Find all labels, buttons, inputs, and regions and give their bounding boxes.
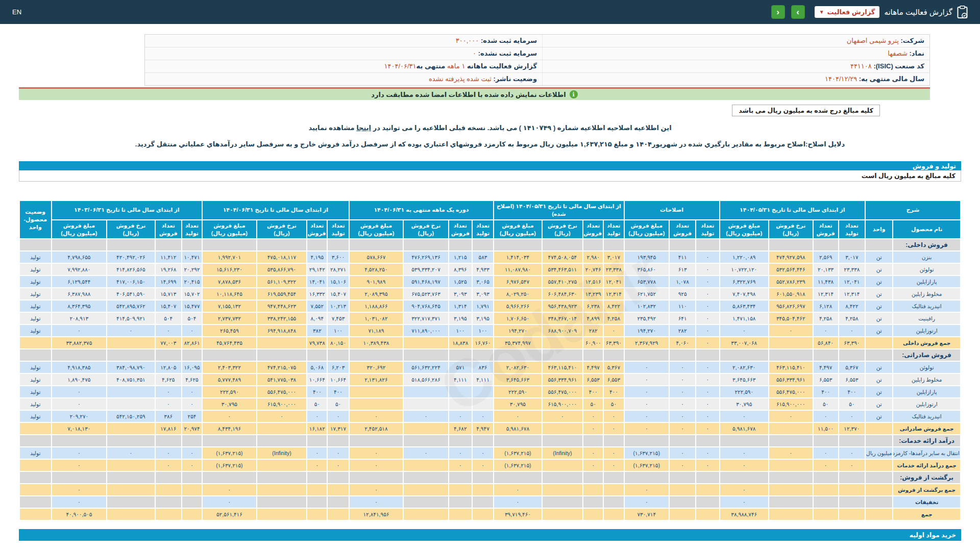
data-cell-f [52,435,107,447]
data-cell-b: ۱۰۲,۸۳۲ [624,300,669,312]
company-info-cell: سال مالی منتهی به: ۱۴۰۴/۱۲/۲۹ [542,73,929,85]
previous-report-button[interactable]: ‹ [771,5,785,19]
data-cell-a [769,471,813,484]
data-cell-d [449,496,472,508]
data-cell-a [720,435,769,447]
data-cell-a [769,484,813,496]
data-cell-e [327,349,349,361]
header-qty-sold: تعداد فروش [583,220,603,239]
total-row: جمع درآمد ارائه خدمات۰۰۰۰۰(۱,۶۳۷,۲۱۵)۰۰(… [19,459,961,471]
data-cell-e [202,349,257,361]
data-cell-b [696,239,719,251]
data-cell-a: ۳,۶۴۵,۶۶۳ [720,373,769,386]
data-cell-c: ۱۲,۰۴۱ [603,276,624,288]
data-cell-b [669,508,696,520]
data-cell-d: ۳۲۲,۷۱۷,۳۷۱ [403,312,448,324]
data-cell-a: ۱,۴۷۱,۱۵۸ [720,312,769,324]
product-row: انیدرید فتالیکتن۸,۴۲۲۶,۱۲۸۹۵۶,۸۲۶,۶۹۷۵,۸… [19,300,961,312]
header-qty-produced: تعداد تولید [696,220,719,239]
company-info-cell: کد صنعت (ISIC): ۴۴۱۱۰۸ [542,60,929,72]
data-cell-a: ۱,۲۲۰,۰۸۹ [720,251,769,263]
data-cell-d: ۱,۱۸۸,۸۶۶ [349,300,404,312]
data-cell-d: ۰ [349,484,404,496]
data-cell-f [155,349,182,361]
data-cell-e: ۰ [327,459,349,471]
info-label: سرمایه ثبت شده: [481,37,537,44]
data-cell-c: ۵,۹۶۶,۲۶۶ [494,300,542,312]
status-cell: تولید [19,263,52,276]
company-info-row: شرکت: پترو شیمی اصفهانسرمایه ثبت شده: ۳۰… [145,35,929,47]
data-cell-a: ۲۲۲,۵۹۰ [720,386,769,398]
data-cell-d: ۹۰۴,۷۶۸,۶۴۵ [403,300,448,312]
data-cell-b: (۱,۶۳۷,۲۱۵) [624,459,669,471]
data-cell-f: ۲۰,۴۱۵ [182,276,202,288]
notice-text: اطلاعات نمایش داده شده با اطلاعات امضا ش… [371,91,566,98]
data-cell-e: ۱۵,۱۰۶ [327,276,349,288]
data-cell-b: ۰ [696,386,719,398]
data-cell-e [327,496,349,508]
status-cell: تولید [19,410,52,422]
data-cell-d: ۰ [449,410,472,422]
status-cell [19,508,52,520]
data-cell-e [327,471,349,484]
data-cell-e [257,471,307,484]
data-cell-c: (۱,۶۳۷,۲۱۵) [494,459,542,471]
data-cell-f: ۱۱,۴۱۲ [155,251,182,263]
data-cell-d [449,508,472,520]
status-cell: تولید [19,276,52,288]
data-cell-a: ۰ [720,447,769,459]
data-cell-c: ۶,۵۵۳ [603,373,624,386]
data-cell-d: ۱,۵۲۵ [449,276,472,288]
data-cell-b: ۰ [696,422,719,435]
data-cell-a: ۵,۳۶۷ [839,361,865,373]
data-cell-e: ۵۵۶,۴۷۵,۰۰۰ [257,386,307,398]
data-cell-b: ۰ [696,263,719,276]
data-cell-f: ۶,۳۸۷,۹۸۸ [52,288,107,300]
language-toggle-en[interactable]: EN [12,8,21,16]
data-cell-a [813,471,839,484]
data-cell-e: ۶,۲۰۳ [327,361,349,373]
product-name-cell: انتقال به سایر درآمدها- کارمزد فروش های … [893,447,961,459]
data-cell-b: ۶۲۱,۷۵۲ [624,288,669,300]
data-cell-d: ۲,۰۸۹,۳۹۵ [349,288,404,300]
data-cell-d [403,337,448,349]
data-cell-d [449,398,472,410]
data-cell-c: ۴,۴۹۷ [583,361,603,373]
product-row: پارازایلینتن۱۲,۰۴۱۱۱,۴۳۸۵۵۲,۷۸۶,۲۳۹۶,۳۲۲… [19,276,961,288]
data-cell-a [769,349,813,361]
next-report-button[interactable]: › [791,5,805,19]
data-cell-c: ۵,۳۶۷ [603,361,624,373]
data-cell-c: ۴۷۴,۵۰۸,۰۵۴ [542,251,583,263]
data-cell-e: ۷,۸۷۸,۵۳۶ [202,276,257,288]
data-cell-e: ۱۰,۲۱۳ [327,300,349,312]
data-cell-d: ۵۷۸,۶۶۷ [349,251,404,263]
data-cell-a: ۷,۴۰۷,۴۹۸ [720,288,769,300]
data-cell-b: ۰ [669,373,696,386]
product-name-cell: تخفیفات [893,496,961,508]
data-cell-a: ۴۷۴,۹۲۷,۵۹۸ [769,251,813,263]
data-cell-e: ۱۰,۶۶۴ [327,373,349,386]
data-cell-b: ۰ [669,410,696,422]
data-cell-a: ۴۰۰ [813,386,839,398]
data-cell-f: ۷,۰۱۸,۱۳۰ [52,422,107,435]
data-cell-d: ۰ [403,410,448,422]
data-cell-f: ۱۴,۶۹۹ [155,276,182,288]
status-cell [19,349,52,361]
header-sale-rate: نرخ فروش (ریال) [769,220,813,239]
data-cell-f: ۲۵۴ [182,410,202,422]
header-qty-produced: تعداد تولید [839,220,865,239]
data-cell-e [307,508,327,520]
report-type-dropdown[interactable]: گزارش فعالیت ▼ [815,6,880,18]
data-cell-c: ۲۸۲ [583,324,603,337]
previous-version-link[interactable]: اینجا [356,124,371,132]
data-cell-e: ۱۵,۶۱۶,۲۳۰ [202,263,257,276]
data-cell-e: ۰ [307,459,327,471]
header-sale-rate: نرخ فروش (ریال) [542,220,583,239]
data-cell-a: ۰ [720,410,769,422]
product-name-cell: ارتوزایلین [893,398,961,410]
data-cell-c: ۳۹,۷۱۹,۴۶۰ [494,508,542,520]
data-cell-f [52,239,107,251]
status-cell [19,496,52,508]
data-cell-d [449,239,472,251]
data-cell-f: ۰ [155,459,182,471]
